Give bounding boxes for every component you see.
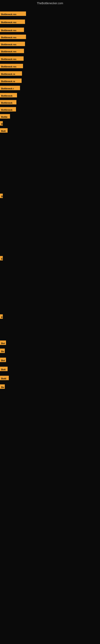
bottleneck-item[interactable]: Bottleneck res [0, 34, 26, 39]
bottleneck-item[interactable]: Bottleneck res [0, 42, 25, 46]
bottleneck-item[interactable]: Bot [0, 340, 6, 345]
bottleneck-item[interactable]: E [0, 314, 3, 319]
bottleneck-item[interactable]: Bo [0, 348, 5, 353]
bottleneck-item[interactable]: Bottleneck res [0, 28, 24, 32]
bottleneck-item[interactable]: E [0, 256, 3, 260]
bottleneck-item[interactable]: Bottleneck res [0, 56, 24, 61]
bottleneck-item[interactable]: Bottleneck r [0, 86, 20, 90]
bottleneck-item[interactable]: Bottleneck res [0, 64, 23, 68]
bottleneck-item[interactable]: Bott [0, 128, 8, 132]
bottleneck-item[interactable]: Bottleneck res [0, 12, 26, 16]
bottleneck-item[interactable]: Bottl [0, 376, 9, 380]
bottleneck-item[interactable]: Bottle [0, 114, 10, 118]
bottleneck-item[interactable]: Bott [0, 367, 8, 371]
bottleneck-item[interactable]: Bo [0, 384, 5, 389]
site-title: TheBottlenecker.com [0, 0, 100, 6]
bottleneck-item[interactable]: B [0, 121, 3, 126]
bottleneck-item[interactable]: B [0, 194, 3, 198]
bottleneck-item[interactable]: Bottleneck [0, 107, 16, 112]
bottleneck-item[interactable]: Bottleneck re [0, 71, 22, 76]
bottleneck-item[interactable]: Bottleneck [0, 100, 16, 104]
bottleneck-item[interactable]: Bottleneck [0, 93, 17, 98]
bottleneck-item[interactable]: Bottleneck re [0, 78, 22, 83]
bottleneck-item[interactable]: Bottleneck res [0, 20, 25, 24]
bottleneck-item[interactable]: Bottleneck res [0, 49, 24, 53]
bottleneck-item[interactable]: Bot [0, 358, 6, 362]
